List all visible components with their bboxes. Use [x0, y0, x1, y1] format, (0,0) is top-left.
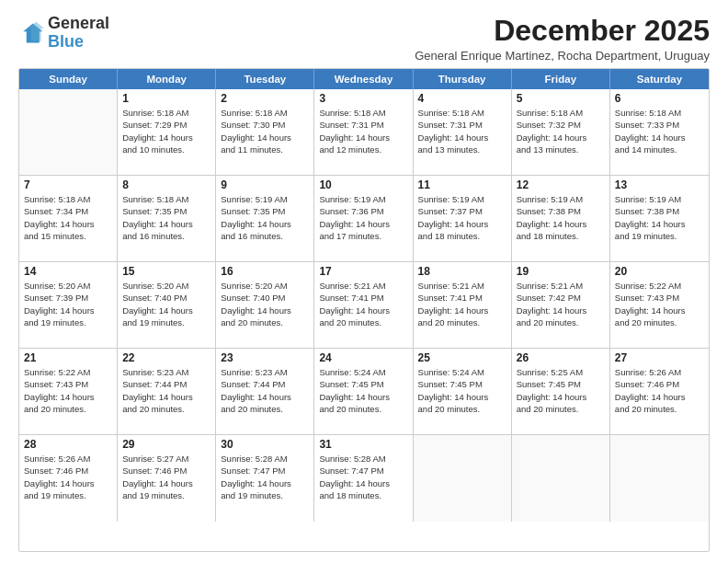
day-info: Sunrise: 5:26 AM Sunset: 7:46 PM Dayligh…	[24, 453, 112, 501]
day-info: Sunrise: 5:23 AM Sunset: 7:44 PM Dayligh…	[122, 366, 210, 415]
day-info: Sunrise: 5:19 AM Sunset: 7:38 PM Dayligh…	[615, 193, 704, 242]
day-info: Sunrise: 5:20 AM Sunset: 7:40 PM Dayligh…	[122, 280, 210, 328]
day-info: Sunrise: 5:22 AM Sunset: 7:43 PM Dayligh…	[24, 366, 112, 415]
calendar-cell: 26Sunrise: 5:25 AM Sunset: 7:45 PM Dayli…	[512, 349, 610, 434]
day-info: Sunrise: 5:20 AM Sunset: 7:39 PM Dayligh…	[24, 280, 112, 328]
day-number: 15	[122, 265, 210, 278]
calendar-cell: 1Sunrise: 5:18 AM Sunset: 7:29 PM Daylig…	[118, 89, 216, 175]
calendar-cell	[610, 435, 709, 522]
calendar-cell: 20Sunrise: 5:22 AM Sunset: 7:43 PM Dayli…	[610, 262, 709, 348]
calendar-cell	[512, 435, 610, 522]
calendar-cell: 10Sunrise: 5:19 AM Sunset: 7:36 PM Dayli…	[314, 176, 413, 261]
day-number: 22	[122, 351, 210, 364]
calendar: SundayMondayTuesdayWednesdayThursdayFrid…	[18, 68, 710, 552]
day-number: 3	[319, 92, 407, 105]
weekday-header: Monday	[118, 69, 216, 89]
day-info: Sunrise: 5:19 AM Sunset: 7:35 PM Dayligh…	[221, 193, 309, 242]
month-title: December 2025	[415, 15, 710, 47]
day-info: Sunrise: 5:22 AM Sunset: 7:43 PM Dayligh…	[615, 280, 704, 328]
calendar-cell: 11Sunrise: 5:19 AM Sunset: 7:37 PM Dayli…	[414, 176, 512, 261]
page: General Blue December 2025 General Enriq…	[0, 0, 728, 563]
calendar-cell: 5Sunrise: 5:18 AM Sunset: 7:32 PM Daylig…	[512, 89, 610, 175]
day-info: Sunrise: 5:28 AM Sunset: 7:47 PM Dayligh…	[319, 453, 407, 501]
calendar-cell: 14Sunrise: 5:20 AM Sunset: 7:39 PM Dayli…	[19, 262, 118, 348]
day-info: Sunrise: 5:27 AM Sunset: 7:46 PM Dayligh…	[122, 453, 210, 501]
day-number: 25	[418, 351, 506, 364]
day-info: Sunrise: 5:21 AM Sunset: 7:41 PM Dayligh…	[319, 280, 407, 328]
weekday-header: Wednesday	[314, 69, 413, 89]
day-info: Sunrise: 5:21 AM Sunset: 7:41 PM Dayligh…	[418, 280, 506, 328]
weekday-header: Sunday	[19, 69, 118, 89]
day-number: 4	[418, 92, 506, 105]
day-number: 31	[319, 438, 407, 451]
day-info: Sunrise: 5:18 AM Sunset: 7:29 PM Dayligh…	[122, 107, 210, 155]
logo: General Blue	[18, 15, 109, 52]
calendar-cell: 9Sunrise: 5:19 AM Sunset: 7:35 PM Daylig…	[216, 176, 314, 261]
day-info: Sunrise: 5:18 AM Sunset: 7:35 PM Dayligh…	[122, 193, 210, 242]
day-number: 12	[517, 178, 605, 191]
day-info: Sunrise: 5:28 AM Sunset: 7:47 PM Dayligh…	[221, 453, 309, 501]
calendar-row: 14Sunrise: 5:20 AM Sunset: 7:39 PM Dayli…	[19, 262, 709, 349]
day-number: 8	[122, 178, 210, 191]
day-info: Sunrise: 5:18 AM Sunset: 7:32 PM Dayligh…	[517, 107, 605, 155]
day-number: 28	[24, 438, 112, 451]
weekday-header: Tuesday	[216, 69, 314, 89]
calendar-cell: 8Sunrise: 5:18 AM Sunset: 7:35 PM Daylig…	[118, 176, 216, 261]
calendar-row: 28Sunrise: 5:26 AM Sunset: 7:46 PM Dayli…	[19, 435, 709, 522]
day-number: 13	[615, 178, 704, 191]
day-number: 27	[615, 351, 704, 364]
calendar-cell: 7Sunrise: 5:18 AM Sunset: 7:34 PM Daylig…	[19, 176, 118, 261]
day-number: 11	[418, 178, 506, 191]
weekday-header: Thursday	[414, 69, 512, 89]
calendar-cell: 19Sunrise: 5:21 AM Sunset: 7:42 PM Dayli…	[512, 262, 610, 348]
logo-icon	[18, 20, 44, 46]
day-info: Sunrise: 5:26 AM Sunset: 7:46 PM Dayligh…	[615, 366, 704, 415]
calendar-cell: 16Sunrise: 5:20 AM Sunset: 7:40 PM Dayli…	[216, 262, 314, 348]
weekday-header: Saturday	[610, 69, 709, 89]
calendar-cell: 25Sunrise: 5:24 AM Sunset: 7:45 PM Dayli…	[414, 349, 512, 434]
day-number: 1	[122, 92, 210, 105]
day-info: Sunrise: 5:21 AM Sunset: 7:42 PM Dayligh…	[517, 280, 605, 328]
day-number: 6	[615, 92, 704, 105]
day-number: 5	[517, 92, 605, 105]
calendar-row: 1Sunrise: 5:18 AM Sunset: 7:29 PM Daylig…	[19, 89, 709, 176]
calendar-cell: 6Sunrise: 5:18 AM Sunset: 7:33 PM Daylig…	[610, 89, 709, 175]
calendar-cell: 2Sunrise: 5:18 AM Sunset: 7:30 PM Daylig…	[216, 89, 314, 175]
title-block: December 2025 General Enrique Martinez, …	[415, 15, 710, 63]
calendar-header-row: SundayMondayTuesdayWednesdayThursdayFrid…	[19, 69, 709, 89]
calendar-cell: 22Sunrise: 5:23 AM Sunset: 7:44 PM Dayli…	[118, 349, 216, 434]
calendar-row: 21Sunrise: 5:22 AM Sunset: 7:43 PM Dayli…	[19, 349, 709, 435]
day-info: Sunrise: 5:18 AM Sunset: 7:30 PM Dayligh…	[221, 107, 309, 155]
header: General Blue December 2025 General Enriq…	[18, 15, 710, 63]
day-number: 24	[319, 351, 407, 364]
day-number: 16	[221, 265, 309, 278]
day-info: Sunrise: 5:18 AM Sunset: 7:34 PM Dayligh…	[24, 193, 112, 242]
calendar-cell: 13Sunrise: 5:19 AM Sunset: 7:38 PM Dayli…	[610, 176, 709, 261]
day-number: 23	[221, 351, 309, 364]
day-number: 10	[319, 178, 407, 191]
day-info: Sunrise: 5:24 AM Sunset: 7:45 PM Dayligh…	[319, 366, 407, 415]
weekday-header: Friday	[512, 69, 610, 89]
day-info: Sunrise: 5:18 AM Sunset: 7:33 PM Dayligh…	[615, 107, 704, 155]
subtitle: General Enrique Martinez, Rocha Departme…	[415, 49, 710, 63]
day-number: 9	[221, 178, 309, 191]
calendar-cell: 21Sunrise: 5:22 AM Sunset: 7:43 PM Dayli…	[19, 349, 118, 434]
calendar-cell: 3Sunrise: 5:18 AM Sunset: 7:31 PM Daylig…	[314, 89, 413, 175]
calendar-cell: 24Sunrise: 5:24 AM Sunset: 7:45 PM Dayli…	[314, 349, 413, 434]
day-number: 18	[418, 265, 506, 278]
day-number: 14	[24, 265, 112, 278]
day-info: Sunrise: 5:24 AM Sunset: 7:45 PM Dayligh…	[418, 366, 506, 415]
day-info: Sunrise: 5:18 AM Sunset: 7:31 PM Dayligh…	[418, 107, 506, 155]
day-number: 2	[221, 92, 309, 105]
day-number: 29	[122, 438, 210, 451]
day-number: 21	[24, 351, 112, 364]
calendar-cell: 28Sunrise: 5:26 AM Sunset: 7:46 PM Dayli…	[19, 435, 118, 522]
calendar-cell: 17Sunrise: 5:21 AM Sunset: 7:41 PM Dayli…	[314, 262, 413, 348]
calendar-cell: 12Sunrise: 5:19 AM Sunset: 7:38 PM Dayli…	[512, 176, 610, 261]
day-info: Sunrise: 5:23 AM Sunset: 7:44 PM Dayligh…	[221, 366, 309, 415]
day-info: Sunrise: 5:25 AM Sunset: 7:45 PM Dayligh…	[517, 366, 605, 415]
day-number: 19	[517, 265, 605, 278]
day-info: Sunrise: 5:19 AM Sunset: 7:38 PM Dayligh…	[517, 193, 605, 242]
day-number: 17	[319, 265, 407, 278]
logo-general: General	[48, 14, 109, 32]
